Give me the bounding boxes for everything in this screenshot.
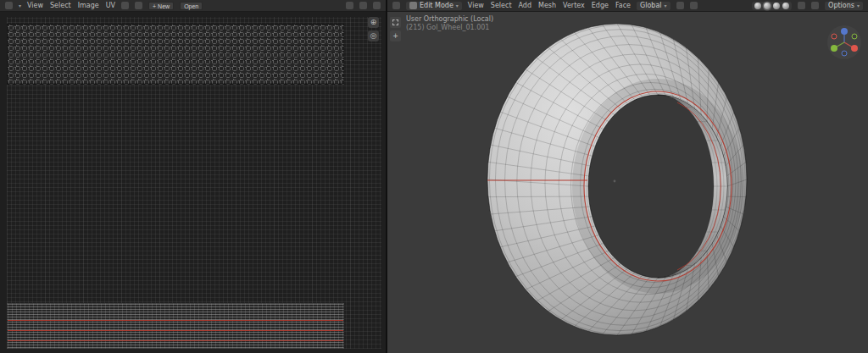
uv-select-mode-icon[interactable] bbox=[359, 2, 367, 9]
viewport-editor-icon[interactable] bbox=[392, 2, 400, 9]
uv-sync-select-icon[interactable] bbox=[346, 2, 353, 9]
editor-type-icon[interactable] bbox=[5, 2, 13, 9]
wireframe-shading-icon[interactable] bbox=[754, 3, 761, 9]
new-image-button[interactable]: + New bbox=[148, 2, 174, 10]
open-image-button[interactable]: Open bbox=[180, 2, 203, 10]
rendered-shading-icon[interactable] bbox=[782, 3, 789, 9]
chevron-down-icon: ▾ bbox=[19, 3, 21, 8]
zoom-icon[interactable]: ⊕ bbox=[368, 17, 379, 28]
proportional-edit-icon[interactable] bbox=[690, 2, 698, 9]
navigation-gizmo[interactable] bbox=[826, 24, 863, 61]
cursor-tool-icon[interactable]: + bbox=[390, 30, 401, 41]
options-dropdown[interactable]: Options ▾ bbox=[825, 2, 863, 10]
viewport-menu-select[interactable]: Select bbox=[491, 2, 512, 9]
snap-icon[interactable] bbox=[135, 2, 142, 9]
chevron-down-icon: ▾ bbox=[456, 3, 459, 8]
torus-mesh[interactable] bbox=[387, 12, 868, 353]
viewport-menus: ViewSelectAddMeshVertexEdgeFace bbox=[468, 2, 631, 9]
pivot-icon[interactable] bbox=[121, 2, 129, 9]
editor-divider[interactable] bbox=[386, 0, 387, 353]
transform-orientation-dropdown[interactable]: Global ▾ bbox=[637, 2, 670, 10]
uv-editor-canvas[interactable]: ⊕ ◎ bbox=[0, 12, 386, 353]
chevron-down-icon: ▾ bbox=[857, 3, 860, 8]
uv-seam-line bbox=[8, 330, 343, 331]
snap-magnet-icon[interactable] bbox=[676, 2, 684, 9]
mode-label: Edit Mode bbox=[420, 2, 453, 9]
overlays-icon[interactable] bbox=[373, 2, 381, 9]
orientation-label: Global bbox=[640, 2, 662, 9]
material-shading-icon[interactable] bbox=[773, 3, 780, 9]
solid-shading-icon[interactable] bbox=[764, 3, 771, 9]
uv-editor-header: ▾ ViewSelectImageUV + New Open bbox=[0, 0, 386, 12]
box-select-tool-icon[interactable] bbox=[390, 17, 401, 28]
show-gizmo-icon[interactable] bbox=[798, 2, 805, 9]
edit-mode-icon bbox=[409, 2, 417, 9]
viewport-3d[interactable]: User Orthographic (Local) (215) Gol_Whee… bbox=[387, 12, 868, 353]
uv-menu-uv[interactable]: UV bbox=[106, 2, 115, 9]
uv-island-dense-bottom bbox=[7, 303, 344, 349]
viewport-menu-vertex[interactable]: Vertex bbox=[563, 2, 585, 9]
uv-menu-view[interactable]: View bbox=[27, 2, 43, 9]
uv-seam-line bbox=[8, 340, 343, 341]
uv-island-dense-top bbox=[7, 24, 344, 85]
shading-mode-group bbox=[752, 2, 792, 10]
viewport-menu-face[interactable]: Face bbox=[615, 2, 631, 9]
options-label: Options bbox=[828, 2, 854, 9]
uv-seam-line bbox=[8, 320, 343, 321]
uv-menu-select[interactable]: Select bbox=[50, 2, 71, 9]
viewport-menu-mesh[interactable]: Mesh bbox=[538, 2, 556, 9]
viewport-menu-add[interactable]: Add bbox=[519, 2, 532, 9]
mode-selector[interactable]: Edit Mode ▾ bbox=[406, 2, 462, 10]
uv-editor-menus: ViewSelectImageUV bbox=[27, 2, 115, 9]
pin-icon[interactable]: ◎ bbox=[368, 30, 379, 41]
viewport-menu-view[interactable]: View bbox=[468, 2, 484, 9]
show-overlays-icon[interactable] bbox=[811, 2, 819, 9]
chevron-down-icon: ▾ bbox=[665, 3, 667, 8]
dashed-box-icon bbox=[392, 19, 398, 25]
viewport-header: Edit Mode ▾ ViewSelectAddMeshVertexEdgeF… bbox=[387, 0, 868, 12]
viewport-menu-edge[interactable]: Edge bbox=[592, 2, 609, 9]
uv-menu-image[interactable]: Image bbox=[78, 2, 99, 9]
